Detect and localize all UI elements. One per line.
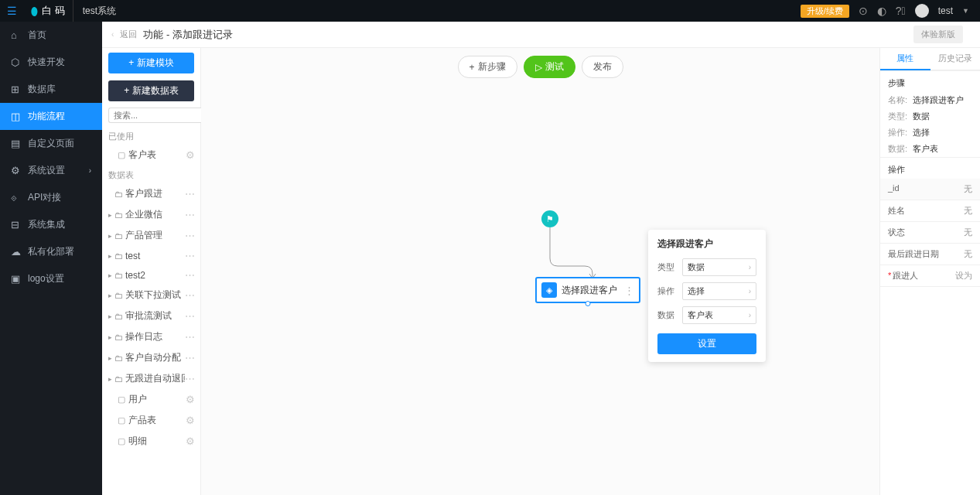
tree-item[interactable]: 🗀客户跟进⋯ xyxy=(102,183,200,204)
op-row[interactable]: _id无 xyxy=(880,179,980,200)
nav-item-系统集成[interactable]: ⊟系统集成 xyxy=(0,211,102,238)
upgrade-button[interactable]: 升级/续费 xyxy=(801,5,849,18)
popup-select[interactable]: 客户表› xyxy=(682,306,756,324)
flow-node-select-customer[interactable]: ◈ 选择跟进客户 ⋮ xyxy=(535,277,640,303)
op-row[interactable]: 姓名无 xyxy=(880,200,980,222)
more-icon[interactable]: ⋯ xyxy=(185,310,194,322)
folder-icon: 🗀 xyxy=(114,251,125,261)
tree-item[interactable]: ▸🗀产品管理⋯ xyxy=(102,225,200,246)
publish-button[interactable]: 发布 xyxy=(582,56,623,78)
tree-item[interactable]: ▸🗀无跟进自动退回⋯ xyxy=(102,368,200,389)
tab-history[interactable]: 历史记录 xyxy=(930,48,981,70)
tree-item[interactable]: ▸🗀审批流测试⋯ xyxy=(102,306,200,326)
tree-item[interactable]: ▢明细⚙ xyxy=(102,431,200,452)
popup-select[interactable]: 数据› xyxy=(682,258,756,276)
expand-icon[interactable]: ▸ xyxy=(108,232,114,240)
tree-item[interactable]: ▸🗀客户自动分配⋯ xyxy=(102,347,200,368)
settings-icon[interactable]: ⚙ xyxy=(186,394,194,405)
avatar[interactable] xyxy=(915,4,929,18)
tree-label: 产品管理 xyxy=(125,229,185,242)
expand-icon[interactable]: ▸ xyxy=(108,252,114,260)
tree-label: 无跟进自动退回 xyxy=(125,372,185,385)
breadcrumb: ‹ 返回 功能 - 添加跟进记录 体验新版 xyxy=(102,22,980,48)
try-new-button[interactable]: 体验新版 xyxy=(913,26,963,43)
expand-icon[interactable]: ▸ xyxy=(108,333,114,341)
expand-icon[interactable]: ▸ xyxy=(108,271,114,279)
nav-label: 首页 xyxy=(28,29,46,42)
tree-item[interactable]: ▸🗀操作日志⋯ xyxy=(102,326,200,347)
expand-icon[interactable]: ▸ xyxy=(108,292,114,299)
table-icon: ▢ xyxy=(118,436,128,446)
tree-item[interactable]: ▸🗀test2⋯ xyxy=(102,265,200,285)
tree-item[interactable]: ▸🗀test⋯ xyxy=(102,246,200,265)
tab-properties[interactable]: 属性 xyxy=(880,48,930,70)
new-module-button[interactable]: + 新建模块 xyxy=(108,53,194,73)
nav-item-功能流程[interactable]: ◫功能流程 xyxy=(0,103,102,130)
tree-item[interactable]: ▢产品表⚙ xyxy=(102,410,200,431)
more-icon[interactable]: ⋯ xyxy=(185,289,194,301)
nav-item-logo设置[interactable]: ▣logo设置 xyxy=(0,265,102,292)
nav-item-API对接[interactable]: ⟐API对接 xyxy=(0,184,102,211)
left-nav: ⌂首页⬡快速开发⊞数据库◫功能流程▤自定义页面⚙系统设置›⟐API对接⊟系统集成… xyxy=(0,22,102,495)
start-node[interactable]: ⚑ xyxy=(541,210,558,227)
nav-icon: ⊞ xyxy=(11,84,22,95)
settings-button[interactable]: 设置 xyxy=(657,333,756,354)
logo[interactable]: ⬮ 白 码 xyxy=(23,0,73,22)
settings-icon[interactable]: ⚙ xyxy=(186,149,194,161)
nav-icon: ◫ xyxy=(11,111,22,122)
tree-item[interactable]: ▢用户⚙ xyxy=(102,389,200,410)
test-button[interactable]: ▷ 测试 xyxy=(524,56,575,78)
new-step-button[interactable]: + 新步骤 xyxy=(457,56,517,78)
back-link[interactable]: 返回 xyxy=(120,29,137,40)
tree-item[interactable]: ▸🗀关联下拉测试⋯ xyxy=(102,285,200,306)
more-icon[interactable]: ⋯ xyxy=(185,209,194,220)
tree-item[interactable]: ▸🗀企业微信⋯ xyxy=(102,204,200,225)
help-icon[interactable]: ?⃞ xyxy=(896,5,906,17)
tree-label: 客户跟进 xyxy=(125,187,185,200)
expand-icon[interactable]: ▸ xyxy=(108,354,114,362)
new-table-button[interactable]: + 新建数据表 xyxy=(108,80,194,101)
menu-toggle-icon[interactable]: ☰ xyxy=(0,5,23,17)
popup-select[interactable]: 选择› xyxy=(682,282,756,300)
nav-label: 自定义页面 xyxy=(28,137,74,150)
nav-icon: ▣ xyxy=(11,273,22,285)
expand-icon[interactable]: ▸ xyxy=(108,211,114,219)
chevron-right-icon: › xyxy=(89,166,91,175)
more-icon[interactable]: ⋯ xyxy=(185,331,194,343)
more-icon[interactable]: ⋯ xyxy=(185,250,194,261)
more-icon[interactable]: ⋯ xyxy=(185,373,194,384)
nav-label: 功能流程 xyxy=(28,110,65,123)
tree-label: 明细 xyxy=(128,435,186,448)
more-icon[interactable]: ⋯ xyxy=(185,269,194,281)
tree-item[interactable]: ▢客户表⚙ xyxy=(102,145,200,166)
nav-item-私有化部署[interactable]: ☁私有化部署 xyxy=(0,238,102,265)
prop-key: 数据: xyxy=(888,143,913,155)
user-dropdown-icon[interactable]: ▼ xyxy=(962,7,969,15)
op-row[interactable]: 跟进人设为 xyxy=(880,265,980,287)
table-icon: ▢ xyxy=(118,394,128,405)
expand-icon[interactable]: ▸ xyxy=(108,312,114,320)
system-name[interactable]: test系统 xyxy=(73,5,125,18)
op-row[interactable]: 最后跟进日期无 xyxy=(880,244,980,265)
more-icon[interactable]: ⋯ xyxy=(185,352,194,364)
back-chevron-icon[interactable]: ‹ xyxy=(111,30,114,39)
nav-item-自定义页面[interactable]: ▤自定义页面 xyxy=(0,130,102,157)
nav-item-系统设置[interactable]: ⚙系统设置› xyxy=(0,157,102,184)
expand-icon[interactable]: ▸ xyxy=(108,375,114,383)
node-output-port[interactable] xyxy=(586,301,591,306)
node-menu-icon[interactable]: ⋮ xyxy=(624,285,634,296)
nav-item-首页[interactable]: ⌂首页 xyxy=(0,22,102,49)
nav-item-数据库[interactable]: ⊞数据库 xyxy=(0,76,102,103)
nav-item-快速开发[interactable]: ⬡快速开发 xyxy=(0,49,102,76)
op-row[interactable]: 状态无 xyxy=(880,222,980,244)
canvas[interactable]: + 新步骤 ▷ 测试 发布 ⚑ ◈ 选择跟进客户 ⋮ 选择跟进客户 类型数据›操… xyxy=(201,48,879,495)
play-icon[interactable]: ⊙ xyxy=(859,5,868,17)
settings-icon[interactable]: ⚙ xyxy=(186,435,194,447)
nav-label: 系统设置 xyxy=(28,164,65,177)
select-value: 选择 xyxy=(688,285,705,297)
more-icon[interactable]: ⋯ xyxy=(185,188,194,200)
settings-icon[interactable]: ⚙ xyxy=(186,415,194,426)
more-icon[interactable]: ⋯ xyxy=(185,230,194,241)
folder-icon: 🗀 xyxy=(114,333,125,342)
dashboard-icon[interactable]: ◐ xyxy=(877,5,886,17)
